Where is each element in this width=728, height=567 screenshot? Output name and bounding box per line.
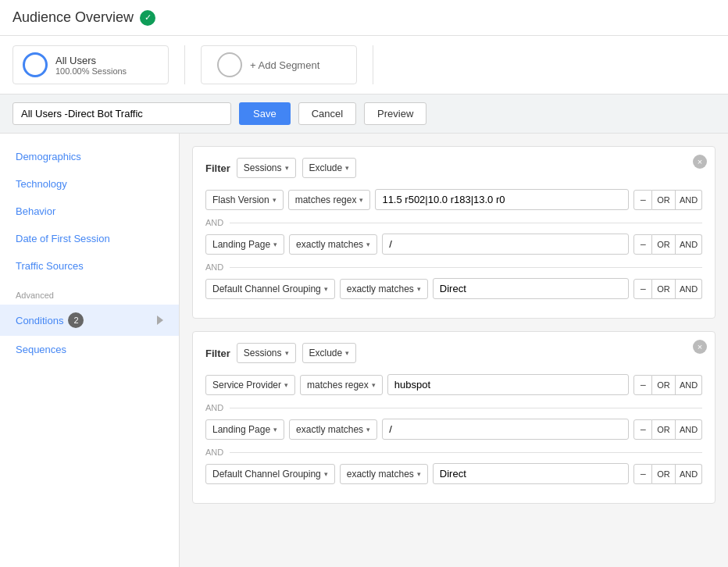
filter-2-header: Filter Sessions ▾ Exclude ▾ bbox=[205, 343, 702, 363]
filter-block-1: × Filter Sessions ▾ Exclude ▾ Flash Vers… bbox=[192, 146, 716, 319]
filter-2-row-1: Service Provider ▾ matches regex ▾ − OR … bbox=[205, 374, 702, 395]
dim3-arrow-icon: ▾ bbox=[324, 285, 328, 293]
filter-2-dimension-3-dropdown[interactable]: Default Channel Grouping ▾ bbox=[205, 464, 335, 484]
filter-1-dimension-2-dropdown[interactable]: Landing Page ▾ bbox=[205, 234, 284, 255]
filter-1-row-3-or-button[interactable]: OR bbox=[652, 279, 676, 299]
filter-2-value-3-input[interactable] bbox=[433, 463, 629, 484]
verified-icon: ✓ bbox=[140, 10, 155, 26]
f2-dim2-arrow-icon: ▾ bbox=[273, 426, 277, 433]
cancel-button[interactable]: Cancel bbox=[298, 102, 356, 125]
filter-1-row-1-minus-button[interactable]: − bbox=[633, 190, 652, 210]
filter-1-exclude-dropdown[interactable]: Exclude ▾ bbox=[302, 158, 357, 178]
editor-bar: Save Cancel Preview bbox=[0, 94, 728, 134]
segment-name-input[interactable] bbox=[12, 102, 231, 125]
sidebar-item-behavior[interactable]: Behavior bbox=[0, 198, 179, 225]
divider bbox=[184, 45, 185, 84]
filter-2-row-2-btn-group: − OR AND bbox=[633, 419, 702, 440]
filter-2-dimension-2-dropdown[interactable]: Landing Page ▾ bbox=[205, 419, 284, 440]
sidebar-item-traffic-sources[interactable]: Traffic Sources bbox=[0, 252, 179, 280]
filter-2-dimension-1-dropdown[interactable]: Service Provider ▾ bbox=[205, 375, 295, 395]
filter-1-row-1-and-button[interactable]: AND bbox=[676, 190, 702, 210]
filter-2-and-1: AND bbox=[205, 403, 702, 412]
filter-1-operator-3-dropdown[interactable]: exactly matches ▾ bbox=[340, 279, 428, 299]
filter-1-row-3-and-button[interactable]: AND bbox=[676, 279, 702, 299]
divider2 bbox=[373, 45, 373, 84]
segment-bar: All Users 100.00% Sessions + Add Segment bbox=[0, 36, 728, 94]
filter-2-row-3: Default Channel Grouping ▾ exactly match… bbox=[205, 463, 702, 484]
conditions-row: Conditions 2 bbox=[16, 312, 84, 328]
filter-1-row-2-minus-button[interactable]: − bbox=[633, 234, 652, 255]
filter-1-row-2-btn-group: − OR AND bbox=[633, 234, 702, 255]
save-button[interactable]: Save bbox=[239, 102, 291, 125]
filter-2-row-1-minus-button[interactable]: − bbox=[633, 375, 652, 395]
filter-1-operator-1-dropdown[interactable]: matches regex ▾ bbox=[288, 190, 371, 210]
add-segment-label: + Add Segment bbox=[250, 59, 319, 71]
filter-1-row-3-btn-group: − OR AND bbox=[633, 279, 702, 299]
dim2-arrow-icon: ▾ bbox=[273, 241, 277, 248]
filter-2-value-1-input[interactable] bbox=[387, 374, 629, 395]
filter-2-row-2-and-button[interactable]: AND bbox=[676, 419, 702, 440]
sidebar-item-demographics[interactable]: Demographics bbox=[0, 143, 179, 170]
filter-1-row-2-or-button[interactable]: OR bbox=[652, 234, 676, 255]
sidebar-item-conditions[interactable]: Conditions 2 bbox=[0, 305, 179, 336]
filter-1-value-2-input[interactable] bbox=[382, 234, 629, 255]
filter-1-row-2: Landing Page ▾ exactly matches ▾ − OR AN… bbox=[205, 234, 702, 255]
top-header: Audience Overview ✓ bbox=[0, 0, 728, 36]
filter-2-row-1-or-button[interactable]: OR bbox=[652, 375, 676, 395]
exclude-arrow-icon: ▾ bbox=[345, 164, 349, 172]
sidebar-item-date-of-first-session[interactable]: Date of First Session bbox=[0, 225, 179, 252]
segment-info: All Users 100.00% Sessions bbox=[55, 55, 127, 76]
segment-pct: 100.00% Sessions bbox=[55, 66, 127, 76]
filter-1-operator-2-dropdown[interactable]: exactly matches ▾ bbox=[289, 234, 377, 255]
filter-1-value-1-input[interactable] bbox=[375, 189, 629, 210]
filter-2-row-3-and-button[interactable]: AND bbox=[676, 464, 702, 484]
close-filter-2-button[interactable]: × bbox=[693, 340, 707, 354]
segment-circle bbox=[23, 52, 48, 77]
preview-button[interactable]: Preview bbox=[364, 102, 426, 125]
filter-2-label: Filter bbox=[205, 348, 230, 359]
filter-1-row-2-and-button[interactable]: AND bbox=[676, 234, 702, 255]
main-layout: Demographics Technology Behavior Date of… bbox=[0, 134, 728, 567]
content-area: × Filter Sessions ▾ Exclude ▾ Flash Vers… bbox=[180, 134, 728, 567]
filter-2-operator-3-dropdown[interactable]: exactly matches ▾ bbox=[340, 464, 428, 484]
f2-exclude-arrow-icon: ▾ bbox=[345, 349, 349, 357]
filter-2-and-2: AND bbox=[205, 448, 702, 457]
add-segment-circle bbox=[217, 52, 242, 77]
filter-1-header: Filter Sessions ▾ Exclude ▾ bbox=[205, 158, 702, 178]
filter-2-operator-1-dropdown[interactable]: matches regex ▾ bbox=[300, 375, 383, 395]
segment-name: All Users bbox=[55, 55, 127, 66]
conditions-label: Conditions bbox=[16, 315, 63, 326]
f2-op2-arrow-icon: ▾ bbox=[366, 426, 370, 433]
filter-2-operator-2-dropdown[interactable]: exactly matches ▾ bbox=[289, 419, 377, 440]
sessions-arrow-icon: ▾ bbox=[285, 164, 289, 172]
filter-2-row-2-minus-button[interactable]: − bbox=[633, 419, 652, 440]
close-filter-1-button[interactable]: × bbox=[693, 155, 707, 169]
active-segment[interactable]: All Users 100.00% Sessions bbox=[12, 45, 169, 84]
filter-2-row-1-and-button[interactable]: AND bbox=[676, 375, 702, 395]
filter-1-row-1-btn-group: − OR AND bbox=[633, 190, 702, 210]
filter-2-row-3-or-button[interactable]: OR bbox=[652, 464, 676, 484]
filter-1-dimension-3-dropdown[interactable]: Default Channel Grouping ▾ bbox=[205, 279, 335, 299]
filter-1-dimension-1-dropdown[interactable]: Flash Version ▾ bbox=[205, 190, 284, 210]
filter-1-row-1-or-button[interactable]: OR bbox=[652, 190, 676, 210]
filter-2-sessions-dropdown[interactable]: Sessions ▾ bbox=[237, 343, 296, 363]
filter-2-row-2-or-button[interactable]: OR bbox=[652, 419, 676, 440]
filter-1-row-3: Default Channel Grouping ▾ exactly match… bbox=[205, 278, 702, 299]
sidebar: Demographics Technology Behavior Date of… bbox=[0, 134, 180, 567]
op3-arrow-icon: ▾ bbox=[417, 285, 421, 293]
sidebar-item-sequences[interactable]: Sequences bbox=[0, 336, 179, 363]
filter-1-sessions-dropdown[interactable]: Sessions ▾ bbox=[237, 158, 296, 178]
filter-2-exclude-dropdown[interactable]: Exclude ▾ bbox=[302, 343, 357, 363]
filter-1-value-3-input[interactable] bbox=[433, 278, 629, 299]
filter-1-and-2: AND bbox=[205, 262, 702, 272]
add-segment-button[interactable]: + Add Segment bbox=[201, 45, 357, 84]
sidebar-item-technology[interactable]: Technology bbox=[0, 170, 179, 198]
filter-2-value-2-input[interactable] bbox=[382, 419, 629, 440]
filter-1-row-3-minus-button[interactable]: − bbox=[633, 279, 652, 299]
filter-2-row-3-minus-button[interactable]: − bbox=[633, 464, 652, 484]
f2-op1-arrow-icon: ▾ bbox=[372, 381, 376, 389]
op1-arrow-icon: ▾ bbox=[359, 196, 363, 204]
filter-block-2: × Filter Sessions ▾ Exclude ▾ Service Pr… bbox=[192, 331, 716, 504]
dim1-arrow-icon: ▾ bbox=[273, 196, 277, 204]
filter-2-row-1-btn-group: − OR AND bbox=[633, 375, 702, 395]
